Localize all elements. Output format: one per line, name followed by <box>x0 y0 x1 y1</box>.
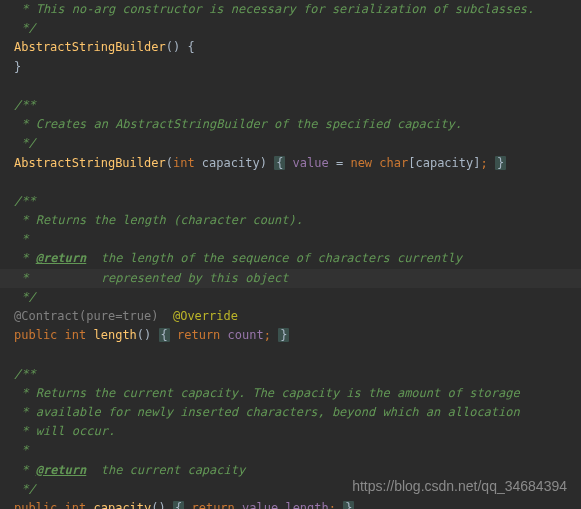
return-type: int <box>57 501 86 509</box>
contract-annotation: @Contract(pure=true) <box>14 309 159 323</box>
comment: /** <box>14 98 36 112</box>
comment: * Creates an AbstractStringBuilder of th… <box>14 117 462 131</box>
comment: * <box>14 463 36 477</box>
comment: * This no-arg constructor is necessary f… <box>14 2 534 16</box>
comment: */ <box>14 21 36 35</box>
rbracket: ] <box>473 156 480 170</box>
keyword-return: return <box>177 328 220 342</box>
brace: } <box>14 60 21 74</box>
comment: the current capacity <box>86 463 245 477</box>
keyword-public: public <box>14 501 57 509</box>
comment: */ <box>14 290 36 304</box>
comment: * represented by this object <box>14 271 289 285</box>
field: count <box>220 328 263 342</box>
keyword-public: public <box>14 328 57 342</box>
length-prop: length <box>285 501 328 509</box>
brace: { <box>159 328 170 342</box>
keyword-new: new <box>350 156 372 170</box>
parens: () <box>137 328 151 342</box>
lparen: ( <box>166 156 173 170</box>
code-editor[interactable]: * This no-arg constructor is necessary f… <box>14 0 567 509</box>
comment: * Returns the length (character count). <box>14 213 303 227</box>
type-char: char <box>372 156 408 170</box>
field: value <box>235 501 278 509</box>
constructor-name: AbstractStringBuilder <box>14 40 166 54</box>
field: value <box>293 156 329 170</box>
brace: } <box>495 156 506 170</box>
parens: () <box>151 501 165 509</box>
comment: * available for newly inserted character… <box>14 405 520 419</box>
semi: ; <box>481 156 488 170</box>
comment: * <box>14 443 28 457</box>
brace: { <box>173 501 184 509</box>
comment: * Returns the current capacity. The capa… <box>14 386 520 400</box>
param-type: int <box>173 156 195 170</box>
comment: */ <box>14 136 36 150</box>
method-name: length <box>86 328 137 342</box>
keyword-return: return <box>191 501 234 509</box>
comment: * <box>14 232 28 246</box>
comment: the length of the sequence of characters… <box>86 251 462 265</box>
brace: } <box>278 328 289 342</box>
parens: () <box>166 40 180 54</box>
brace: } <box>343 501 354 509</box>
comment: * <box>14 251 36 265</box>
comment: */ <box>14 482 36 496</box>
semi: ; <box>329 501 336 509</box>
capacity-ref: capacity <box>415 156 473 170</box>
comment: /** <box>14 367 36 381</box>
watermark: https://blog.csdn.net/qq_34684394 <box>352 475 567 497</box>
comment: * will occur. <box>14 424 115 438</box>
brace: { <box>274 156 285 170</box>
eq: = <box>329 156 351 170</box>
constructor-name: AbstractStringBuilder <box>14 156 166 170</box>
brace: { <box>187 40 194 54</box>
return-tag: @return <box>36 251 87 265</box>
param-name: capacity <box>195 156 260 170</box>
override-annotation: @Override <box>159 309 238 323</box>
comment: /** <box>14 194 36 208</box>
semi: ; <box>264 328 271 342</box>
method-name: capacity <box>86 501 151 509</box>
return-type: int <box>57 328 86 342</box>
return-tag: @return <box>36 463 87 477</box>
rparen: ) <box>260 156 267 170</box>
